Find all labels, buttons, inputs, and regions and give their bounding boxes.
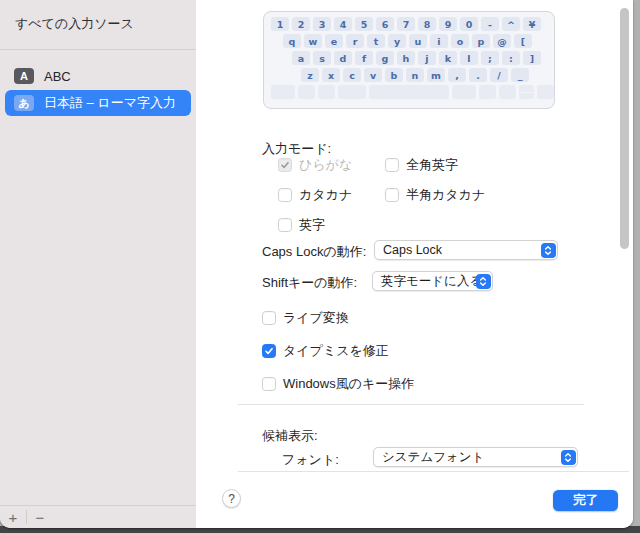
up-down-chevron-icon	[561, 450, 576, 465]
key: /	[490, 68, 508, 82]
blank-key	[519, 85, 534, 99]
option-row: ライブ変換	[262, 309, 349, 327]
input-source-settings-window: すべての入力ソース AABCあ日本語 – ローマ字入力 + − 12345678…	[0, 0, 633, 528]
blank-key	[479, 85, 496, 99]
checkbox[interactable]	[278, 188, 292, 202]
key: s	[313, 51, 331, 65]
key: _	[511, 68, 529, 82]
key: ,	[448, 68, 466, 82]
checkbox-label: ひらがな	[299, 156, 352, 174]
sidebar-header: すべての入力ソース	[15, 15, 134, 33]
checkbox[interactable]	[262, 377, 276, 391]
caps-lock-label: Caps Lockの動作:	[262, 243, 366, 261]
key: c	[343, 68, 361, 82]
key: x	[322, 68, 340, 82]
key: e	[325, 34, 343, 48]
checkbox-label: 半角カタカナ	[406, 186, 485, 204]
key: 5	[355, 17, 373, 31]
key: p	[472, 34, 490, 48]
key: b	[385, 68, 403, 82]
blank-key	[452, 85, 476, 99]
candidate-display-label: 候補表示:	[262, 427, 318, 445]
sidebar: すべての入力ソース AABCあ日本語 – ローマ字入力 + −	[0, 0, 196, 528]
blank-key	[369, 85, 449, 99]
blank-key	[499, 85, 516, 99]
up-down-chevron-icon	[476, 274, 491, 289]
key: k	[439, 51, 457, 65]
sidebar-footer: + −	[0, 506, 196, 528]
key: q	[283, 34, 301, 48]
blank-key	[537, 85, 554, 99]
key: 4	[334, 17, 352, 31]
shift-key-select-value: 英字モードに入る	[381, 274, 482, 288]
scrollbar-thumb[interactable]	[620, 8, 629, 249]
key: ^	[502, 17, 520, 31]
key: 2	[292, 17, 310, 31]
add-input-source-button[interactable]: +	[0, 507, 26, 527]
keyboard-row: 1234567890-^¥	[264, 17, 554, 31]
input-mode-option: 全角英字	[385, 156, 485, 174]
checkbox[interactable]	[385, 188, 399, 202]
sidebar-item-abc[interactable]: AABC	[5, 63, 191, 89]
input-mode-option: ひらがな	[278, 156, 385, 174]
help-button[interactable]: ?	[222, 489, 241, 508]
key: j	[418, 51, 436, 65]
key: z	[301, 68, 319, 82]
key: .	[469, 68, 487, 82]
key: ¥	[523, 17, 541, 31]
shift-key-select[interactable]: 英字モードに入る	[372, 271, 493, 291]
key: d	[334, 51, 352, 65]
input-mode-option: 半角カタカナ	[385, 186, 485, 204]
caps-lock-select[interactable]: Caps Lock	[374, 240, 558, 260]
key: t	[367, 34, 385, 48]
checkbox-label: ライブ変換	[283, 309, 349, 327]
keyboard-layout-preview: 1234567890-^¥qwertyuiop@[asdfghjkl;:]zxc…	[263, 11, 555, 109]
input-source-badge: A	[14, 68, 34, 84]
key: i	[430, 34, 448, 48]
blank-key	[298, 85, 315, 99]
section-divider	[238, 404, 584, 405]
sidebar-item-japanese-romaji[interactable]: あ日本語 – ローマ字入力	[5, 90, 191, 116]
checkbox-label: カタカナ	[299, 186, 352, 204]
key: v	[364, 68, 382, 82]
key: 3	[313, 17, 331, 31]
checkbox[interactable]	[262, 344, 276, 358]
key: n	[406, 68, 424, 82]
blank-key	[271, 85, 295, 99]
key: l	[460, 51, 478, 65]
checkbox[interactable]	[385, 158, 399, 172]
done-button[interactable]: 完了	[553, 490, 618, 511]
remove-input-source-button[interactable]: −	[27, 507, 53, 527]
input-source-label: ABC	[44, 69, 71, 84]
key: h	[397, 51, 415, 65]
option-row: タイプミスを修正	[262, 342, 389, 360]
option-row: Windows風のキー操作	[262, 375, 414, 393]
keyboard-row: qwertyuiop@[	[264, 34, 554, 48]
key: 8	[418, 17, 436, 31]
key: ;	[481, 51, 499, 65]
checkbox[interactable]	[278, 218, 292, 232]
key: g	[376, 51, 394, 65]
checkbox[interactable]	[278, 158, 292, 172]
checkbox[interactable]	[262, 311, 276, 325]
key: a	[292, 51, 310, 65]
shift-key-label: Shiftキーの動作:	[262, 274, 357, 292]
caps-lock-select-value: Caps Lock	[383, 243, 442, 257]
key: r	[346, 34, 364, 48]
settings-panel: 1234567890-^¥qwertyuiop@[asdfghjkl;:]zxc…	[196, 0, 633, 528]
key: u	[409, 34, 427, 48]
keyboard-row: asdfghjkl;:]	[264, 51, 554, 65]
keyboard-row: zxcvbnm,./_	[264, 68, 554, 82]
key: f	[355, 51, 373, 65]
key: ]	[523, 51, 541, 65]
checkbox-label: 英字	[299, 216, 325, 234]
font-select[interactable]: システムフォント	[373, 447, 578, 467]
key: 1	[271, 17, 289, 31]
input-source-label: 日本語 – ローマ字入力	[44, 94, 176, 112]
checkbox-label: タイプミスを修正	[283, 342, 389, 360]
blank-key	[318, 85, 335, 99]
key: -	[481, 17, 499, 31]
blank-key	[338, 85, 366, 99]
key: [	[514, 34, 532, 48]
key: y	[388, 34, 406, 48]
